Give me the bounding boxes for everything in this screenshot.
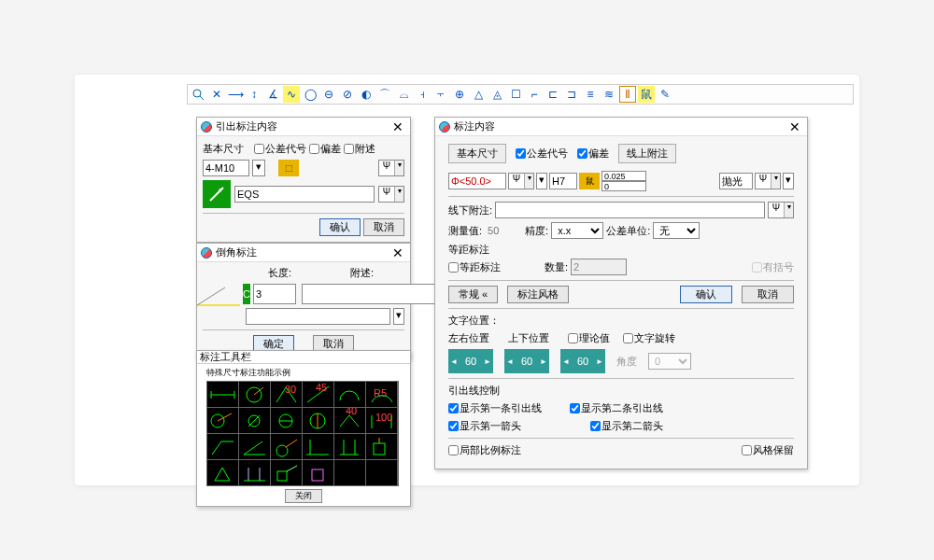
devu-input[interactable] bbox=[601, 171, 646, 181]
length-input[interactable] bbox=[253, 284, 296, 304]
size-input[interactable] bbox=[448, 173, 506, 189]
tool-icon[interactable]: Ⅱ bbox=[619, 86, 636, 103]
dim-sample[interactable]: 30 bbox=[271, 382, 302, 407]
devl-input[interactable] bbox=[601, 181, 646, 191]
close-button[interactable]: 关闭 bbox=[285, 489, 322, 503]
tolunit-select[interactable]: 无 bbox=[653, 222, 700, 239]
tool-icon[interactable]: △ bbox=[470, 86, 487, 103]
h7-input[interactable] bbox=[549, 173, 577, 189]
tool-icon[interactable]: ≡ bbox=[582, 86, 599, 103]
tool-icon[interactable]: ◬ bbox=[488, 86, 505, 103]
polish-input[interactable] bbox=[719, 173, 753, 189]
tool-icon[interactable]: ↕ bbox=[246, 86, 262, 103]
dim-sample[interactable] bbox=[271, 460, 302, 485]
downnote-input[interactable] bbox=[495, 202, 765, 218]
tool-icon[interactable]: ☐ bbox=[507, 86, 524, 103]
a1-check[interactable]: 显示第一箭头 bbox=[448, 419, 562, 433]
sym-dropdown[interactable]: Ψ▾ bbox=[378, 160, 404, 176]
dev-check[interactable]: 偏差 bbox=[309, 142, 341, 156]
tool-icon[interactable]: ⊐ bbox=[563, 86, 580, 103]
dim-sample[interactable]: 100 bbox=[366, 408, 397, 433]
dim-sample[interactable] bbox=[207, 434, 238, 459]
gd-icon[interactable]: 鼠 bbox=[579, 173, 600, 189]
prec-select[interactable]: x.x bbox=[551, 222, 603, 239]
dim-sample[interactable] bbox=[303, 408, 333, 433]
dstyle-button[interactable]: 标注风格 bbox=[507, 286, 569, 303]
sym-dropdown[interactable]: Ψ▾ bbox=[755, 173, 781, 189]
tool-icon[interactable]: ⌓ bbox=[395, 86, 412, 103]
l2-check[interactable]: 显示第二条引出线 bbox=[570, 401, 663, 415]
dev-check[interactable]: 偏差 bbox=[577, 147, 609, 161]
tool-icon[interactable]: ✕ bbox=[208, 86, 225, 103]
tool-icon[interactable]: ≋ bbox=[601, 86, 617, 103]
dim-sample[interactable] bbox=[366, 434, 397, 459]
close-icon[interactable]: ✕ bbox=[389, 119, 406, 134]
sym-dropdown[interactable]: Ψ▾ bbox=[768, 202, 794, 218]
tool-icon[interactable]: ⟶ bbox=[227, 86, 244, 103]
upnote-tab[interactable]: 线上附注 bbox=[618, 144, 676, 163]
dim-sample[interactable] bbox=[303, 460, 333, 485]
normal-button[interactable]: 常规 « bbox=[448, 286, 498, 303]
gd-icon[interactable]: ⬚ bbox=[278, 160, 299, 176]
tool-icon[interactable]: ⊘ bbox=[339, 86, 356, 103]
eqs-input[interactable] bbox=[234, 186, 375, 203]
tool-icon[interactable]: ⌒ bbox=[376, 86, 393, 103]
dim-sample[interactable] bbox=[334, 434, 365, 459]
dim-sample[interactable] bbox=[303, 434, 333, 459]
size-input[interactable] bbox=[203, 160, 249, 176]
tool-icon[interactable]: ◐ bbox=[358, 86, 375, 103]
l1-check[interactable]: 显示第一条引出线 bbox=[448, 401, 542, 415]
tool-icon[interactable]: ◯ bbox=[302, 86, 318, 103]
close-icon[interactable]: ✕ bbox=[389, 245, 406, 260]
dim-sample[interactable]: R5 bbox=[366, 382, 397, 407]
dim-sample[interactable]: 40 bbox=[334, 408, 365, 433]
tool-icon[interactable]: ∿ bbox=[283, 86, 300, 103]
dim-sample[interactable] bbox=[239, 434, 270, 459]
dim-sample[interactable] bbox=[334, 382, 365, 407]
basic-tab[interactable]: 基本尺寸 bbox=[448, 144, 506, 163]
dim-sample[interactable] bbox=[239, 408, 270, 433]
close-icon[interactable]: ✕ bbox=[786, 119, 803, 134]
ud-preview[interactable]: 60 bbox=[504, 349, 549, 373]
tool-icon[interactable]: ∡ bbox=[264, 86, 281, 103]
dialog-title: 倒角标注 bbox=[216, 245, 257, 259]
dim-sample[interactable] bbox=[207, 460, 238, 485]
note-input[interactable] bbox=[302, 284, 436, 304]
ok-button[interactable]: 确认 bbox=[680, 286, 732, 303]
dim-sample[interactable] bbox=[207, 382, 238, 407]
dim-sample[interactable] bbox=[239, 460, 270, 485]
cancel-button[interactable]: 取消 bbox=[742, 286, 794, 303]
tool-icon[interactable] bbox=[190, 86, 206, 103]
combo-input[interactable] bbox=[246, 308, 390, 325]
dim-sample[interactable]: 45 bbox=[303, 382, 333, 407]
theory-check[interactable]: 理论值 bbox=[568, 331, 610, 345]
tool-icon[interactable]: ⫟ bbox=[432, 86, 449, 103]
keep-check[interactable]: 风格保留 bbox=[742, 443, 794, 457]
cancel-button[interactable]: 取消 bbox=[363, 218, 404, 236]
txtrot-check[interactable]: 文字旋转 bbox=[623, 331, 675, 345]
sym-dropdown[interactable]: Ψ▾ bbox=[378, 186, 404, 203]
dim-sample[interactable] bbox=[271, 434, 302, 459]
tol-check[interactable]: 公差代号 bbox=[516, 147, 568, 161]
tool-icon[interactable]: 鼠 bbox=[638, 86, 655, 103]
tool-icon[interactable]: ⌐ bbox=[526, 86, 543, 103]
dim-sample[interactable] bbox=[207, 408, 238, 433]
tool-icon[interactable]: ⊕ bbox=[451, 86, 468, 103]
dim-sample[interactable] bbox=[334, 460, 365, 485]
ok-button[interactable]: 确认 bbox=[319, 218, 361, 236]
tool-icon[interactable]: ⊖ bbox=[320, 86, 337, 103]
a2-check[interactable]: 显示第二箭头 bbox=[590, 419, 663, 433]
tool-icon[interactable]: ⫞ bbox=[414, 86, 431, 103]
sym-dropdown[interactable]: Ψ▾ bbox=[508, 173, 534, 189]
dim-sample[interactable] bbox=[271, 408, 302, 433]
dim-sample[interactable] bbox=[239, 382, 270, 407]
tol-check[interactable]: 公差代号 bbox=[254, 142, 306, 156]
tool-icon[interactable]: ✎ bbox=[657, 86, 673, 103]
dim-sample[interactable] bbox=[366, 460, 397, 485]
eqd-check[interactable]: 等距标注 bbox=[448, 260, 542, 274]
local-check[interactable]: 局部比例标注 bbox=[448, 443, 521, 457]
note-check[interactable]: 附述 bbox=[344, 142, 375, 156]
th-preview[interactable]: 60 bbox=[560, 349, 605, 373]
tool-icon[interactable]: ⊏ bbox=[545, 86, 561, 103]
lr-preview[interactable]: 60 bbox=[448, 349, 493, 373]
